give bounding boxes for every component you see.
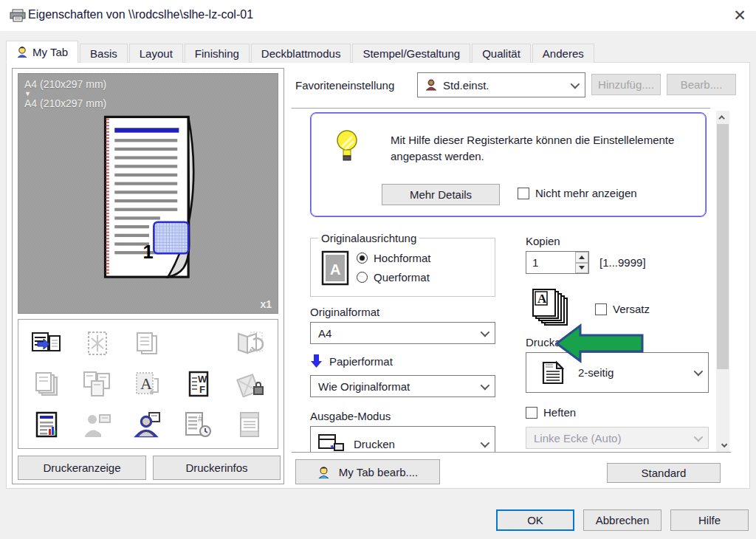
job-settings-icon[interactable]: # (182, 410, 215, 439)
original-format-select[interactable]: A4 (310, 322, 495, 344)
ok-button[interactable]: OK (496, 509, 574, 531)
tab-finishing[interactable]: Finishing (185, 44, 250, 63)
button-label: Mehr Details (410, 188, 472, 201)
watermark-icon[interactable] (81, 329, 114, 358)
lightbulb-icon (334, 129, 360, 163)
preview-arrow-down-icon: ▼ (24, 90, 278, 97)
title-bar: Eigenschaften von \\rodcslhe\slhe-lz-col… (0, 0, 756, 31)
button-label: OK (527, 514, 543, 526)
overlay-icon[interactable]: WF (182, 369, 215, 399)
radio-label: Hochformat (374, 252, 431, 264)
scroll-down-icon[interactable] (716, 439, 729, 452)
printer-view-button[interactable]: Druckeranzeige (18, 456, 146, 480)
paper-format-value: Wie Originalformat (318, 380, 410, 393)
tab-basis[interactable]: Basis (80, 44, 128, 63)
tab-label: Stempel/Gestaltung (362, 47, 460, 60)
copies-spinner[interactable]: 1 (526, 251, 589, 274)
dont-show-checkbox[interactable] (518, 188, 529, 199)
tab-anderes[interactable]: Anderes (532, 44, 594, 63)
landscape-radio[interactable] (357, 272, 368, 283)
report-document-icon[interactable] (30, 410, 63, 439)
dont-show-row: Nicht mehr anzeigen (518, 187, 637, 199)
mytab-shortcut-panel: A WF # (18, 319, 278, 449)
preview-page-graphic: 1 (86, 112, 212, 288)
tab-label: Deckblattmodus (261, 47, 341, 60)
copies-icon[interactable] (131, 329, 164, 358)
output-mode-select[interactable]: Drucken (310, 426, 495, 452)
standard-button[interactable]: Standard (607, 463, 721, 483)
svg-text:A: A (140, 374, 152, 393)
chevron-down-icon (481, 327, 490, 337)
button-label: Bearb.... (681, 78, 723, 91)
output-method-icon[interactable] (30, 329, 63, 358)
fold-paper-icon[interactable] (233, 410, 266, 439)
tab-qualitaet[interactable]: Qualität (472, 44, 531, 63)
staple-row: Heften (526, 406, 576, 419)
secure-print-icon[interactable] (233, 369, 266, 399)
svg-text:A: A (330, 261, 340, 278)
offset-checkbox[interactable] (595, 303, 607, 315)
checkbox-label: Heften (543, 406, 576, 419)
hint-text: Mit Hilfe dieser Registerkarte können di… (391, 132, 687, 165)
orientation-group: Originalausrichtung A Hochformat Querfor… (310, 238, 495, 297)
user-authentication-icon[interactable] (131, 410, 164, 439)
preview-page-number: 1 (143, 241, 154, 262)
cancel-button[interactable]: Abbrechen (583, 509, 662, 531)
scrollbar-thumb[interactable] (717, 124, 729, 369)
button-label: Hilfe (698, 514, 721, 526)
tab-label: Finishing (195, 47, 239, 60)
favorites-select[interactable]: Std.einst. (417, 72, 585, 97)
vertical-scrollbar[interactable] (716, 111, 729, 452)
radio-label: Querformat (374, 271, 430, 284)
close-icon[interactable]: ✕ (729, 6, 750, 25)
separator (292, 108, 710, 109)
combination-icon[interactable] (81, 369, 114, 399)
chevron-down-icon (481, 380, 490, 390)
more-details-button[interactable]: Mehr Details (382, 184, 500, 205)
staple-position-select: Linke Ecke (Auto) (526, 427, 709, 449)
booklet-icon[interactable] (233, 329, 266, 358)
tab-label: Basis (90, 47, 117, 60)
spinner-up-button[interactable] (575, 252, 588, 263)
scroll-up-icon[interactable] (716, 111, 729, 123)
copies-value: 1 (532, 256, 538, 269)
button-label: Hinzufüg.... (598, 78, 654, 91)
print-type-value: 2-seitig (578, 366, 614, 379)
favorites-add-button: Hinzufüg.... (591, 74, 661, 95)
presentation-icon[interactable] (81, 410, 114, 439)
settings-scroll-region: Mit Hilfe dieser Registerkarte können di… (292, 111, 716, 452)
hint-box: Mit Hilfe dieser Registerkarte können di… (310, 112, 707, 217)
chevron-down-icon (481, 438, 490, 447)
chevron-down-icon (694, 367, 704, 377)
chevron-down-icon (694, 432, 704, 442)
paper-stack-icon[interactable] (30, 369, 63, 399)
original-format-value: A4 (318, 327, 331, 340)
preview-source-format: A4 (210x297 mm) (24, 78, 278, 90)
button-label: My Tab bearb.... (339, 466, 418, 478)
paper-format-select[interactable]: Wie Originalformat (310, 375, 495, 397)
tab-layout[interactable]: Layout (129, 44, 183, 63)
tab-my-tab[interactable]: My Tab (6, 41, 78, 63)
window-title: Eigenschaften von \\rodcslhe\slhe-lz-col… (28, 8, 253, 21)
printer-info-button[interactable]: Druckerinfos (153, 456, 281, 480)
spinner-down-button[interactable] (575, 263, 588, 274)
button-label: Standard (642, 467, 687, 479)
portrait-radio[interactable] (357, 253, 368, 264)
original-format-label: Originalformat (310, 306, 379, 318)
svg-text:F: F (199, 384, 205, 395)
svg-text:#: # (198, 413, 203, 424)
staple-position-value: Linke Ecke (Auto) (534, 432, 621, 444)
copies-label: Kopien (526, 235, 560, 247)
help-button[interactable]: Hilfe (670, 509, 749, 531)
font-settings-icon[interactable]: A (131, 369, 164, 399)
checkbox-label: Versatz (613, 303, 650, 315)
staple-checkbox[interactable] (526, 407, 537, 419)
tab-stempel-gestaltung[interactable]: Stempel/Gestaltung (352, 44, 470, 63)
tab-deckblattmodus[interactable]: Deckblattmodus (251, 44, 351, 63)
button-label: Druckerinfos (185, 461, 247, 474)
edit-mytab-button[interactable]: My Tab bearb.... (295, 459, 440, 484)
tab-label: Qualität (482, 47, 520, 60)
print-preview[interactable]: A4 (210x297 mm) ▼ A4 (210x297 mm) (18, 73, 278, 314)
tab-bar: My Tab Basis Layout Finishing Deckblattm… (6, 42, 596, 63)
printer-properties-dialog: Eigenschaften von \\rodcslhe\slhe-lz-col… (0, 0, 756, 539)
